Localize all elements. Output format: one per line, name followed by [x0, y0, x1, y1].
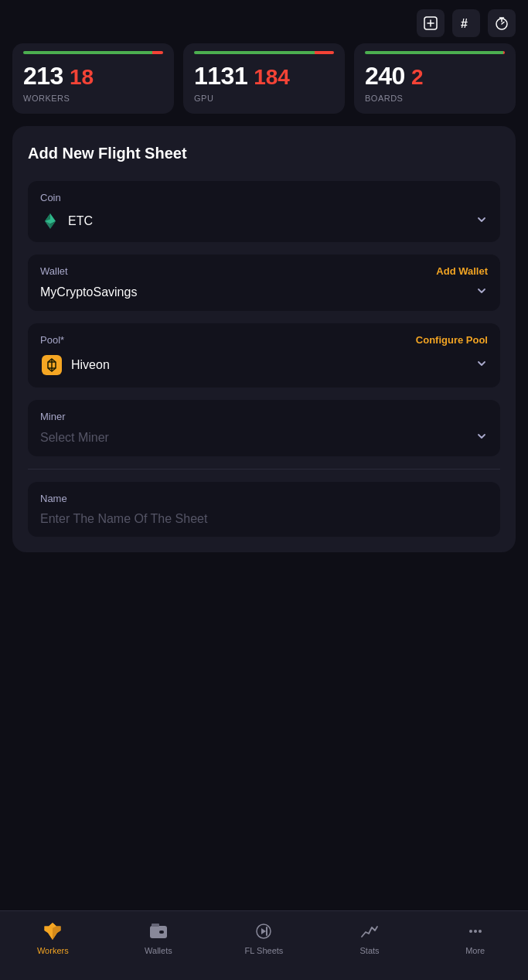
stat-workers: 213 18 WORKERS: [12, 43, 174, 114]
stats-nav-icon: [359, 920, 380, 942]
coin-chevron-icon: [475, 213, 488, 229]
stat-boards: 240 2 BOARDS: [354, 43, 516, 114]
workers-nav-label: Workers: [37, 946, 69, 955]
wallet-label: Wallet: [40, 265, 68, 277]
coin-selected: ETC: [68, 214, 93, 228]
svg-rect-20: [150, 926, 167, 938]
wallets-nav-label: Wallets: [145, 946, 172, 955]
stat-gpu: 1131 184 GPU: [183, 43, 345, 114]
nav-flsheets[interactable]: FL Sheets: [211, 920, 317, 955]
svg-point-27: [479, 930, 482, 933]
pool-select[interactable]: Hiveon: [40, 353, 488, 377]
workers-nav-icon: [42, 920, 63, 942]
wallet-chevron-icon: [475, 285, 488, 300]
gpu-alert: 184: [254, 65, 290, 90]
pool-field[interactable]: Pool* Configure Pool Hiveon: [28, 323, 500, 388]
workers-main: 213: [23, 62, 63, 90]
timer-icon[interactable]: [488, 9, 516, 37]
top-bar: #: [0, 0, 528, 43]
pool-header: Pool* Configure Pool: [40, 334, 488, 346]
stats-row: 213 18 WORKERS 1131 184 GPU 240 2 BOARDS: [0, 43, 528, 126]
name-field[interactable]: Name Enter The Name Of The Sheet: [28, 482, 500, 537]
add-wallet-button[interactable]: Add Wallet: [436, 265, 488, 277]
gpu-bar: [194, 51, 334, 54]
svg-rect-21: [159, 930, 164, 934]
pool-label: Pool*: [40, 334, 64, 346]
main-content: Add New Flight Sheet Coin ETC: [0, 126, 528, 951]
svg-marker-18: [53, 927, 61, 941]
boards-label: BOARDS: [365, 94, 505, 103]
divider: [28, 469, 500, 470]
svg-rect-22: [152, 924, 159, 927]
stats-nav-label: Stats: [360, 946, 380, 955]
boards-alert: 2: [411, 65, 424, 90]
workers-label: WORKERS: [23, 94, 163, 103]
coin-label: Coin: [40, 192, 488, 203]
form-title: Add New Flight Sheet: [28, 145, 500, 162]
nav-workers[interactable]: Workers: [0, 920, 106, 955]
boards-numbers: 240 2: [365, 62, 505, 90]
gpu-numbers: 1131 184: [194, 62, 334, 90]
wallet-select[interactable]: MyCryptoSavings: [40, 285, 488, 300]
configure-pool-button[interactable]: Configure Pool: [416, 334, 488, 346]
workers-alert: 18: [70, 65, 94, 90]
coin-select[interactable]: ETC: [40, 211, 488, 231]
boards-main: 240: [365, 62, 405, 90]
nav-more[interactable]: More: [422, 920, 528, 955]
nav-stats[interactable]: Stats: [317, 920, 423, 955]
boards-bar: [365, 51, 505, 54]
wallet-value: MyCryptoSavings: [40, 285, 137, 299]
workers-numbers: 213 18: [23, 62, 163, 90]
svg-marker-19: [45, 927, 53, 941]
nav-wallets[interactable]: Wallets: [106, 920, 212, 955]
svg-point-26: [474, 930, 477, 933]
wallet-field[interactable]: Wallet Add Wallet MyCryptoSavings: [28, 254, 500, 311]
svg-point-25: [469, 930, 472, 933]
miner-value: Select Miner: [40, 431, 109, 445]
gpu-main: 1131: [194, 62, 247, 90]
bottom-nav: Workers Wallets FL Sheets: [0, 910, 528, 980]
hiveon-icon: [40, 353, 63, 377]
name-label: Name: [40, 493, 488, 504]
wallet-header: Wallet Add Wallet: [40, 265, 488, 277]
miner-field[interactable]: Miner Select Miner: [28, 400, 500, 456]
svg-text:#: #: [461, 17, 468, 30]
pool-value: Hiveon: [40, 353, 110, 377]
coin-value: ETC: [40, 211, 93, 231]
flsheets-nav-icon: [253, 920, 274, 942]
workers-bar: [23, 51, 163, 54]
etc-icon: [40, 211, 60, 231]
miner-select[interactable]: Select Miner: [40, 430, 488, 446]
miner-chevron-icon: [475, 430, 488, 446]
flsheets-nav-label: FL Sheets: [245, 946, 284, 955]
hash-icon[interactable]: #: [452, 9, 480, 37]
svg-line-7: [502, 22, 504, 25]
form-container: Add New Flight Sheet Coin ETC: [12, 126, 516, 552]
more-nav-label: More: [465, 946, 485, 955]
add-icon[interactable]: [417, 9, 445, 37]
name-placeholder: Enter The Name Of The Sheet: [40, 512, 488, 526]
coin-field[interactable]: Coin ETC: [28, 181, 500, 242]
wallets-nav-icon: [148, 920, 169, 942]
miner-label: Miner: [40, 411, 488, 422]
more-nav-icon: [465, 920, 486, 942]
gpu-label: GPU: [194, 94, 334, 103]
pool-selected: Hiveon: [71, 358, 110, 372]
pool-chevron-icon: [475, 357, 488, 373]
